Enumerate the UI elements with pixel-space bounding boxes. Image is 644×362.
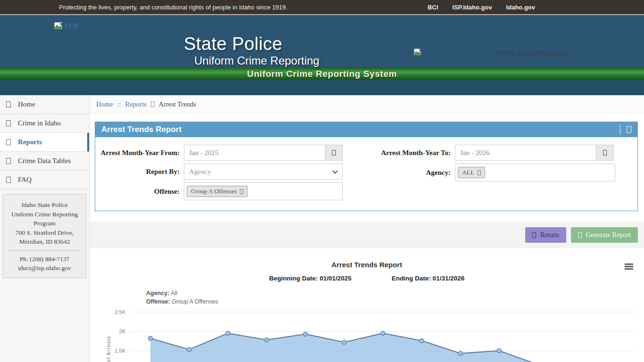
beginning-date: Beginning Date: 01/01/2025 [269,275,352,282]
agency-label: Agency: [368,169,455,177]
report-dates: Beginning Date: 01/01/2025 Ending Date: … [90,275,644,282]
sidebar: Home Crime in Idaho Reports Crime Data T… [0,95,90,362]
contact-address-line: Meridian, ID 83642 [6,237,83,247]
breadcrumb: Home :: Reports Arrest Trends [90,95,644,114]
agency-chip-label: ALL [462,169,474,176]
breadcrumb-reports-link[interactable]: Reports [125,100,147,108]
contact-org-line: Program [6,219,83,228]
logo-alt-text: UCR [65,23,78,30]
sidebar-item-home[interactable]: Home [0,95,89,114]
agency-chip[interactable]: ALL [458,167,485,178]
nibrs-report-requests-link[interactable]: NIBRS Report Requests [496,49,568,57]
sidebar-item-reports[interactable]: Reports [0,133,89,152]
sidebar-item-label: Reports [18,138,42,146]
action-strip: Return Generate Report [90,222,644,248]
sidebar-item-crime-data-tables[interactable]: Crime Data Tables [0,152,89,171]
reports-icon [6,139,11,145]
link-bci[interactable]: BCI [428,4,438,11]
offense-chip[interactable]: Group A Offenses [187,186,248,197]
breadcrumb-separator: :: [117,100,121,108]
meta-agency-value: All [171,290,177,296]
offense-field[interactable]: Group A Offenses [184,182,343,200]
contact-org-line: Idaho State Police [6,200,83,210]
report-by-label: Report By: [95,168,184,176]
top-links: BCI ISP.Idaho.gov Idaho.gov [428,4,535,11]
header-title: State Police [184,34,282,54]
report-by-value: Agency [189,168,211,176]
offense-label: Offense: [95,188,184,196]
calendar-icon [332,150,336,156]
svg-text:1.5K: 1.5K [115,348,125,354]
header-subtitle: Uniform Crime Reporting [194,54,319,67]
home-icon [6,101,11,107]
report-by-select[interactable]: Agency [184,164,343,180]
from-calendar-button[interactable] [325,145,343,161]
breadcrumb-home-link[interactable]: Home [96,100,113,108]
remove-icon[interactable] [478,170,481,175]
contact-email[interactable]: iducr@isp.idaho.gov [6,263,83,273]
svg-text:2.5K: 2.5K [115,309,125,315]
link-isp-idaho-gov[interactable]: ISP.Idaho.gov [452,4,492,11]
link-idaho-gov[interactable]: Idaho.gov [506,4,535,11]
system-banner-text: Uniform Crime Reporting System [247,69,397,79]
system-banner: Uniform Crime Reporting System [0,67,644,80]
generate-button-label: Generate Report [586,231,631,239]
generate-icon [578,232,582,238]
sidebar-item-faq[interactable]: FAQ [0,171,89,189]
sidebar-item-label: Crime in Idaho [18,119,61,127]
from-date-label: Arrest Month-Year From: [95,149,184,157]
sidebar-item-label: Crime Data Tables [18,157,71,165]
calendar-icon [603,150,607,156]
crime-in-idaho-icon [6,120,11,126]
panel-title: Arrest Trends Report [101,125,620,134]
ending-date: Ending Date: 01/31/2026 [392,275,465,282]
return-button-label: Return [540,231,559,239]
collapse-icon[interactable] [627,126,631,133]
breadcrumb-current: Arrest Trends [159,100,196,108]
generate-report-button[interactable]: Generate Report [571,227,638,243]
report-section: Arrest Trends Report Beginning Date: 01/… [90,252,644,362]
svg-text:Number of Arrests: Number of Arrests [106,336,111,362]
main-content: Home :: Reports Arrest Trends Arrest Tre… [90,95,644,362]
sidebar-item-label: FAQ [18,176,32,184]
faq-icon [6,177,11,183]
arrest-trends-chart: 2.5K2K1.5K1KNumber of Arrests [104,299,644,362]
panel-body: Arrest Month-Year From: Report By: Agenc… [95,137,638,211]
return-button[interactable]: Return [525,227,566,243]
contact-divider [8,250,81,251]
contact-phone: Ph: (208) 884-7137 [6,255,83,264]
sidebar-item-label: Home [18,100,35,108]
panel-header: Arrest Trends Report [95,122,638,137]
chart-menu-icon[interactable] [625,263,633,271]
agency-field[interactable]: ALL [455,164,615,181]
broken-image-icon [414,49,422,58]
crime-data-tables-icon [6,158,11,164]
sidebar-item-crime-in-idaho[interactable]: Crime in Idaho [0,114,89,133]
meta-agency-label: Agency: [146,290,169,296]
return-icon [532,232,536,238]
arrest-trends-panel: Arrest Trends Report Arrest Month-Year F… [95,122,638,211]
header-sub-strip [0,80,644,95]
site-header: UCR State Police Uniform Crime Reporting… [0,14,644,67]
contact-card: Idaho State Police Uniform Crime Reporti… [3,194,86,278]
agency-tagline: Protecting the lives, property, and cons… [59,4,288,11]
to-date-label: Arrest Month-Year To: [368,149,455,157]
contact-org-line: Uniform Crime Reporting [6,210,83,219]
contact-address-line: 700 S. Stratford Drive, [6,228,83,238]
chart-title: Arrest Trends Report [90,252,644,269]
to-calendar-button[interactable] [596,145,614,161]
offense-chip-label: Group A Offenses [191,188,237,195]
breadcrumb-separator-icon [151,101,155,107]
ucr-logo[interactable]: UCR [54,22,78,30]
remove-icon[interactable] [240,189,243,194]
broken-image-icon [54,22,64,30]
to-date-input[interactable] [455,145,596,161]
svg-text:2K: 2K [119,329,126,334]
from-date-input[interactable] [184,145,325,161]
top-bar: Protecting the lives, property, and cons… [0,0,644,14]
panel-header-divider [620,124,620,135]
